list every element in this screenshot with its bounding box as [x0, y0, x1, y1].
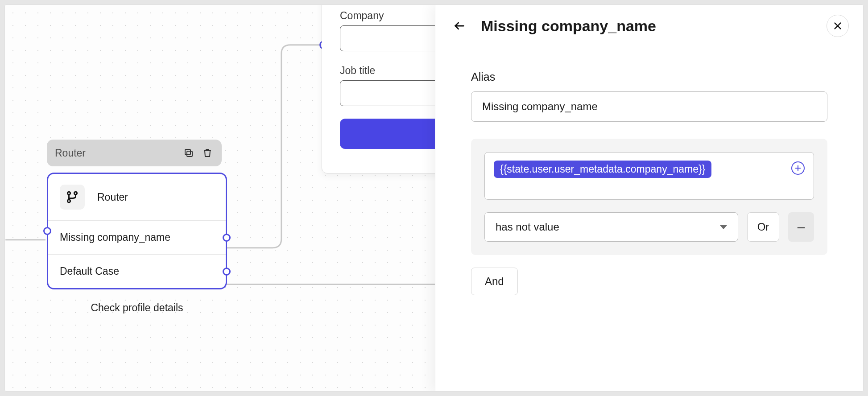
chevron-down-icon	[720, 225, 727, 229]
expression-chip[interactable]: {{state.user.user_metadata.company_name}…	[494, 161, 711, 178]
branch-icon	[60, 185, 85, 210]
node-caption: Check profile details	[47, 302, 227, 314]
node-row-default[interactable]: Default Case	[48, 254, 226, 288]
svg-rect-2	[185, 149, 190, 155]
svg-rect-1	[187, 151, 192, 157]
or-button[interactable]: Or	[747, 212, 779, 242]
close-button[interactable]	[827, 15, 849, 37]
operator-value: has not value	[496, 221, 559, 233]
node-row-label: Default Case	[60, 265, 119, 277]
plus-icon	[794, 165, 802, 172]
side-panel: Missing company_name Alias {{state.user.…	[435, 4, 863, 392]
copy-icon[interactable]	[182, 147, 195, 159]
condition-block: {{state.user.user_metadata.company_name}…	[471, 139, 827, 255]
output-port-default[interactable]	[223, 268, 231, 276]
output-port-case1[interactable]	[223, 234, 231, 242]
expression-input[interactable]: {{state.user.user_metadata.company_name}…	[484, 152, 814, 200]
operator-select[interactable]: has not value	[484, 212, 738, 242]
node-row-case[interactable]: Missing company_name	[48, 220, 226, 254]
node-row-label: Missing company_name	[60, 231, 170, 243]
close-icon	[833, 21, 843, 31]
router-node[interactable]: Router Missing company_name Default Case	[47, 173, 227, 289]
alias-label: Alias	[471, 70, 827, 83]
alias-input[interactable]	[471, 91, 827, 122]
add-expression-button[interactable]	[791, 161, 805, 175]
node-row-router[interactable]: Router	[48, 174, 226, 220]
node-row-label: Router	[97, 191, 128, 203]
remove-condition-button[interactable]: –	[788, 212, 814, 242]
back-button[interactable]	[451, 17, 468, 35]
panel-title: Missing company_name	[481, 17, 827, 35]
and-button[interactable]: And	[471, 268, 518, 295]
trash-icon[interactable]	[201, 147, 214, 159]
arrow-left-icon	[453, 20, 466, 32]
node-header-title: Router	[55, 147, 86, 159]
node-header[interactable]: Router	[47, 140, 222, 166]
